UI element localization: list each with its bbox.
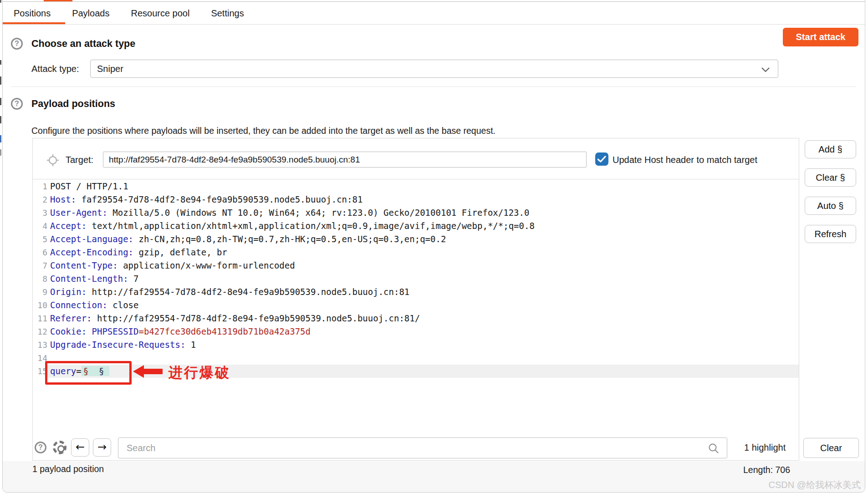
line-number: 7: [33, 259, 47, 272]
cropped-edge-fragment: [0, 98, 1, 105]
highlight-count: 1 highlight: [744, 442, 786, 453]
cropped-edge-fragment: [0, 76, 1, 85]
attack-type-section-title: Choose an attack type: [31, 38, 135, 50]
checkmark-icon: [597, 156, 606, 163]
cropped-edge-fragment: [0, 0, 1, 3]
line-number: 9: [33, 285, 47, 299]
line-number: 14: [33, 351, 47, 365]
request-line[interactable]: 2Host: faf29554-7d78-4df2-8e94-fe9a9b590…: [33, 193, 799, 206]
line-number: 15: [33, 365, 47, 378]
target-url-input[interactable]: http://faf29554-7d78-4df2-8e94-fe9a9b590…: [103, 152, 587, 168]
request-line[interactable]: 1POST / HTTP/1.1: [33, 180, 799, 193]
request-line[interactable]: 3User-Agent: Mozilla/5.0 (Windows NT 10.…: [33, 206, 799, 219]
auto-marker-button[interactable]: Auto §: [805, 197, 856, 215]
line-number: 12: [33, 325, 47, 338]
chevron-down-icon: [761, 67, 770, 72]
update-host-checkbox[interactable]: [595, 152, 608, 166]
request-line[interactable]: 5Accept-Language: zh-CN,zh;q=0.8,zh-TW;q…: [33, 233, 799, 246]
previous-match-button[interactable]: ←: [71, 438, 89, 457]
add-marker-button[interactable]: Add §: [805, 140, 856, 158]
cropped-edge-fragment: [0, 116, 1, 123]
request-length: Length: 706: [743, 465, 790, 475]
attack-type-label: Attack type:: [31, 64, 79, 74]
search-input[interactable]: [118, 437, 727, 458]
footer: [3, 461, 865, 492]
payload-positions-description: Configure the positions where payloads w…: [31, 126, 495, 136]
request-line[interactable]: 7Content-Type: application/x-www-form-ur…: [33, 259, 799, 272]
help-icon[interactable]: ?: [35, 442, 46, 453]
line-number: 4: [33, 219, 47, 233]
tab-settings[interactable]: Settings: [211, 8, 244, 19]
payload-position-count: 1 payload position: [32, 464, 104, 474]
request-line[interactable]: 4Accept: text/html,application/xhtml+xml…: [33, 219, 799, 233]
gear-icon[interactable]: [53, 441, 66, 454]
request-line[interactable]: 12Cookie: PHPSESSID=b427fce30d6eb41319db…: [33, 325, 799, 338]
tab-resource-pool[interactable]: Resource pool: [131, 8, 189, 19]
tab-bar-divider: [3, 24, 865, 25]
next-match-button[interactable]: →: [93, 438, 111, 457]
request-line[interactable]: 10Connection: close: [33, 299, 799, 312]
top-divider: [3, 1, 865, 2]
cropped-edge-fragment: [0, 60, 1, 65]
line-number: 11: [33, 312, 47, 325]
attack-type-select[interactable]: Sniper: [90, 60, 778, 78]
request-line[interactable]: 8Content-Length: 7: [33, 272, 799, 285]
tab-positions[interactable]: Positions: [14, 8, 51, 19]
payload-positions-section-title: Payload positions: [31, 98, 115, 110]
request-editor-container: Target: http://faf29554-7d78-4df2-8e94-f…: [32, 138, 799, 461]
attack-type-selected-value: Sniper: [97, 64, 123, 74]
request-line[interactable]: 11Referer: http://faf29554-7d78-4df2-8e9…: [33, 312, 799, 325]
request-line[interactable]: 13Upgrade-Insecure-Requests: 1: [33, 338, 799, 351]
refresh-button[interactable]: Refresh: [805, 225, 856, 243]
annotation-arrow-icon: [143, 369, 163, 374]
request-lines[interactable]: 1POST / HTTP/1.12Host: faf29554-7d78-4df…: [33, 180, 799, 378]
cropped-edge-fragment: [0, 149, 1, 156]
clear-marker-button[interactable]: Clear §: [805, 168, 856, 187]
line-number: 13: [33, 338, 47, 351]
line-number: 5: [33, 233, 47, 246]
annotation-label: 进行爆破: [168, 363, 230, 382]
watermark: CSDN @给我杯冰美式: [768, 479, 861, 491]
target-label: Target:: [66, 155, 93, 165]
clear-search-button[interactable]: Clear: [803, 438, 859, 458]
cropped-edge-fragment: [0, 135, 1, 142]
search-icon[interactable]: [708, 442, 720, 454]
line-number: 10: [33, 299, 47, 312]
update-host-checkbox-label: Update Host header to match target: [613, 155, 757, 165]
help-icon[interactable]: ?: [11, 98, 23, 110]
line-number: 6: [33, 246, 47, 259]
request-line[interactable]: 6Accept-Encoding: gzip, deflate, br: [33, 246, 799, 259]
line-number: 2: [33, 193, 47, 206]
help-icon[interactable]: ?: [11, 38, 23, 50]
line-number: 8: [33, 272, 47, 285]
line-number: 3: [33, 206, 47, 219]
tab-payloads[interactable]: Payloads: [72, 8, 109, 19]
request-line[interactable]: 14: [33, 351, 799, 365]
section-divider: [11, 86, 856, 87]
target-crosshair-icon: [46, 154, 59, 167]
start-attack-button[interactable]: Start attack: [783, 28, 858, 46]
burp-intruder-positions-screen: Positions Payloads Resource pool Setting…: [0, 0, 868, 493]
annotation-arrow-icon: [133, 365, 144, 378]
target-row-divider: [33, 179, 799, 179]
intruder-tab-bar: Positions Payloads Resource pool Setting…: [3, 2, 865, 24]
line-number: 1: [33, 180, 47, 193]
request-line[interactable]: 9Origin: http://faf29554-7d78-4df2-8e94-…: [33, 285, 799, 299]
